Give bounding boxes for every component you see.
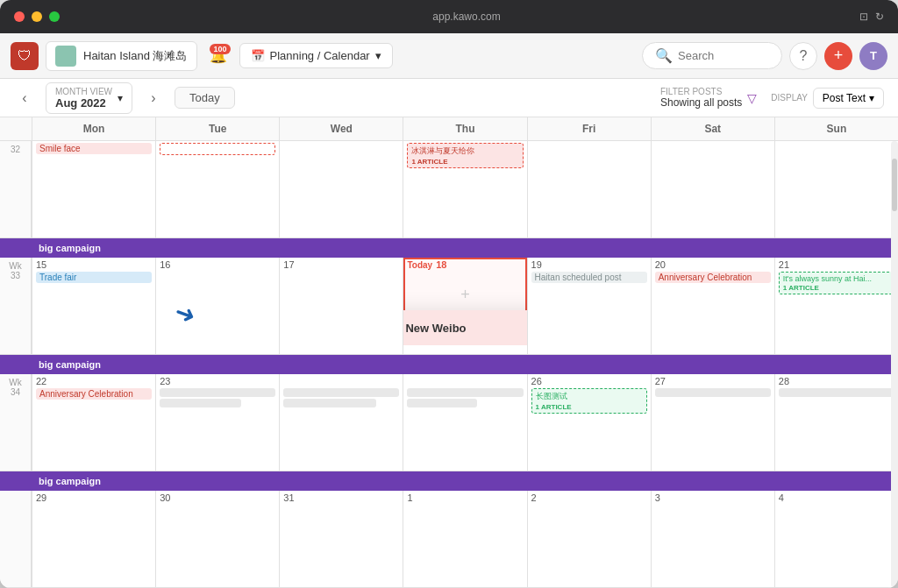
day-cell-fri-w35[interactable]: 2 (527, 491, 651, 587)
week-33-section: Wk 33 15 Trade fair 16 17 Today 18 (0, 258, 898, 354)
filter-value: Showing all posts (660, 96, 742, 109)
placeholder-bar-3 (283, 388, 399, 397)
day-cell-thu-w35[interactable]: 1 (403, 491, 526, 587)
day-cell-tue-w33[interactable]: 16 (155, 258, 279, 353)
date-3: 3 (655, 492, 771, 503)
big-campaign-row-1: big campaign (0, 238, 898, 258)
workspace-name: Haitan Island 海滩岛 (83, 48, 188, 64)
today-label: Today (407, 260, 432, 270)
filter-group: FILTER POSTS Showing all posts ▽ (660, 87, 757, 109)
campaign-label-1: big campaign (0, 243, 108, 253)
maximize-button[interactable] (49, 11, 60, 22)
day-cell-sun-w34[interactable]: 28 (774, 374, 898, 471)
week-35-row: 29 30 31 1 2 3 4 (0, 491, 898, 588)
today-button[interactable]: Today (175, 87, 235, 109)
search-icon: 🔍 (655, 47, 673, 64)
filter-label: FILTER POSTS (660, 87, 742, 96)
day-headers: Mon Tue Wed Thu Fri Sat Sun (0, 117, 898, 141)
day-cell-sat-w35[interactable]: 3 (651, 491, 774, 587)
refresh-icon: ↻ (875, 11, 884, 23)
day-cell-mon-w32[interactable]: Smile face (32, 141, 155, 237)
day-header-thu: Thu (403, 117, 526, 140)
icecream-event[interactable]: 冰淇淋与夏天给你 1 ARTICLE (407, 143, 523, 168)
day-cell-tue-w35[interactable]: 30 (155, 491, 279, 587)
filter-icon[interactable]: ▽ (747, 91, 757, 105)
day-cell-sun-w32[interactable] (774, 141, 898, 237)
smile-face-event[interactable]: Smile face (36, 143, 152, 154)
minimize-button[interactable] (32, 11, 42, 22)
day-cell-sat-w34[interactable]: 27 (651, 374, 774, 471)
week-32-row: 32 Smile face 冰淇淋与夏天给你 1 ARTICLE (0, 141, 898, 238)
day-cell-wed-w35[interactable]: 31 (279, 491, 403, 587)
help-button[interactable]: ? (789, 42, 817, 70)
day-cell-sat-w33[interactable]: 20 Anniversary Celebration (651, 258, 774, 353)
new-post-popup: W New Weibo SAVE Quick post idea... (403, 310, 526, 353)
scrollbar[interactable] (891, 141, 898, 588)
day-header-sat: Sat (651, 117, 774, 140)
date-22: 22 (36, 376, 152, 386)
display-group: DISPLAY Post Text ▾ (771, 88, 884, 109)
notification-button[interactable]: 🔔 100 (204, 42, 232, 69)
popup-body: SAVE Quick post idea... (403, 345, 526, 353)
day-cell-fri-w34[interactable]: 26 长图测试 1 ARTICLE (527, 374, 651, 471)
trade-fair-event[interactable]: Trade fair (36, 272, 152, 283)
prev-month-button[interactable]: ‹ (14, 88, 35, 109)
day-cell-sat-w32[interactable] (651, 141, 774, 237)
workspace-button[interactable]: Haitan Island 海滩岛 (46, 41, 197, 71)
day-cell-thu-w34[interactable] (403, 374, 526, 471)
display-label-group: DISPLAY (771, 93, 808, 103)
changtu-event[interactable]: 长图测试 1 ARTICLE (531, 388, 647, 414)
day-cell-sun-w35[interactable]: 4 (774, 491, 898, 587)
workspace-avatar (55, 46, 76, 67)
big-campaign-row-2: big campaign (0, 355, 898, 374)
day-cell-thu-w33-today[interactable]: Today 18 + W New Weibo (403, 258, 526, 353)
day-cell-mon-w35[interactable]: 29 (32, 491, 155, 587)
week-35-num (0, 491, 32, 587)
day-header-wed: Wed (279, 117, 403, 140)
cal-toolbar-right: FILTER POSTS Showing all posts ▽ DISPLAY… (660, 87, 884, 109)
sunny-event[interactable]: It's always sunny at Hai... 1 ARTICLE (779, 272, 894, 294)
anniversary-event-mon[interactable]: Anniversary Celebration (36, 388, 152, 400)
week-32-num: 32 (0, 141, 32, 237)
month-view-button[interactable]: MONTH VIEW Aug 2022 ▾ (46, 82, 132, 114)
day-cell-mon-w33[interactable]: 15 Trade fair (32, 258, 155, 353)
anniversary-event-sat[interactable]: Anniversary Celebration (655, 272, 771, 283)
day-cell-mon-w34[interactable]: 22 Anniversary Celebration (32, 374, 155, 471)
title-bar-right: ⊡ ↻ (859, 11, 884, 23)
calendar-toolbar: ‹ MONTH VIEW Aug 2022 ▾ › Today FILTER P… (0, 79, 898, 117)
add-post-button[interactable]: + (407, 272, 523, 304)
search-input[interactable] (678, 49, 769, 62)
nav-dropdown-icon: ▾ (375, 49, 381, 62)
user-avatar[interactable]: T (859, 42, 887, 70)
search-bar[interactable]: 🔍 (642, 42, 782, 69)
day-cell-sun-w33[interactable]: 21 It's always sunny at Hai... 1 ARTICLE (774, 258, 898, 353)
app-logo: 🛡 (11, 42, 39, 70)
draft-event-tue (160, 143, 275, 155)
add-button[interactable]: + (824, 42, 852, 70)
week-34-num: Wk 34 (0, 374, 32, 471)
article-label-changtu: 1 ARTICLE (536, 403, 643, 411)
display-button[interactable]: Post Text ▾ (813, 88, 884, 109)
article-label-sunny: 1 ARTICLE (783, 284, 890, 292)
day-cell-wed-w34[interactable] (279, 374, 403, 471)
month-dropdown-icon: ▾ (118, 92, 123, 104)
placeholder-bar-1 (160, 388, 275, 397)
day-cell-wed-w32[interactable] (279, 141, 403, 237)
notification-badge: 100 (210, 44, 230, 54)
close-button[interactable] (14, 11, 25, 22)
day-cell-thu-w32[interactable]: 冰淇淋与夏天给你 1 ARTICLE (403, 141, 526, 237)
day-cell-tue-w34[interactable]: 23 (155, 374, 279, 471)
date-21: 21 (779, 259, 894, 270)
day-cell-wed-w33[interactable]: 17 (279, 258, 403, 353)
day-cell-fri-w32[interactable] (527, 141, 651, 237)
day-header-tue: Tue (155, 117, 279, 140)
nav-item-label: Planning / Calendar (270, 49, 370, 62)
day-cell-tue-w32[interactable] (155, 141, 279, 237)
date-30: 30 (160, 492, 275, 503)
haitan-scheduled-event[interactable]: Haitan scheduled post (531, 272, 647, 283)
date-19: 19 (531, 259, 647, 270)
day-cell-fri-w33[interactable]: 19 Haitan scheduled post (527, 258, 651, 353)
day-header-mon: Mon (32, 117, 155, 140)
planning-calendar-nav[interactable]: 📅 Planning / Calendar ▾ (239, 43, 393, 68)
next-month-button[interactable]: › (143, 88, 164, 109)
